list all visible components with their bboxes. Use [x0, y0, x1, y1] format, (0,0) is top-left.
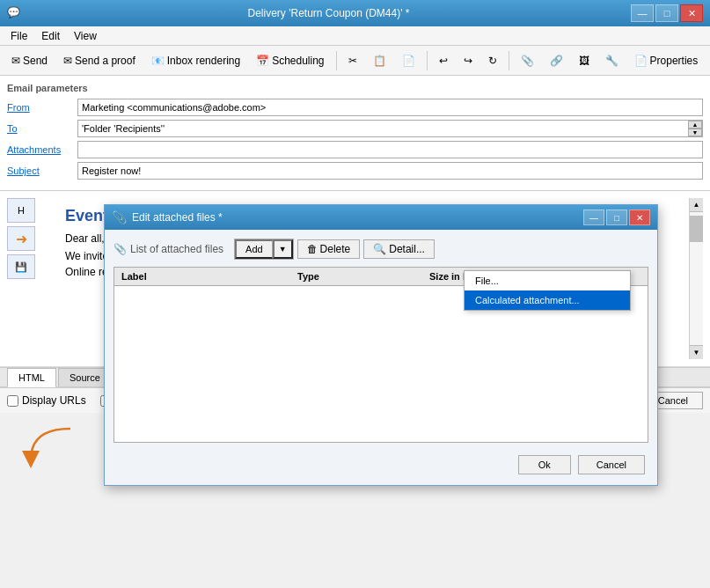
dialog-minimize-btn[interactable]: —	[583, 209, 604, 225]
menu-bar: File Edit View	[0, 26, 710, 46]
col-type-header: Type	[297, 271, 429, 282]
dialog-close-btn[interactable]: ✕	[629, 209, 650, 225]
to-input[interactable]	[77, 120, 703, 137]
detail-icon: 🔍	[373, 243, 386, 255]
image-icon: 🖼	[579, 55, 589, 67]
refresh-button[interactable]: ↻	[482, 51, 503, 70]
redo-icon: ↪	[464, 55, 472, 67]
to-scroll-arrows: ▲ ▼	[688, 121, 702, 136]
scheduling-button[interactable]: 📅 Scheduling	[250, 51, 330, 70]
edit-attached-files-dialog: 📎 Edit attached files * — □ ✕ 📎 List of …	[104, 204, 658, 486]
send-proof-button[interactable]: ✉ Send a proof	[57, 51, 142, 70]
to-row: To ▲ ▼	[7, 120, 703, 137]
scroll-thumb[interactable]	[690, 216, 703, 242]
add-dropdown-arrow[interactable]: ▼	[273, 239, 293, 259]
dialog-ok-button[interactable]: Ok	[518, 455, 571, 474]
add-main-button[interactable]: Add	[235, 239, 273, 259]
attachment-button[interactable]: 📎	[515, 51, 540, 70]
to-input-wrapper: ▲ ▼	[77, 120, 703, 137]
properties-icon: 📄	[634, 55, 648, 67]
paperclip-icon: 📎	[113, 243, 127, 255]
dialog-footer: Ok Cancel	[113, 452, 648, 476]
window-controls: — □ ✕	[631, 4, 703, 22]
add-btn-group: Add ▼	[234, 239, 294, 260]
inbox-rendering-button[interactable]: 📧 Inbox rendering	[145, 51, 246, 70]
separator-1	[336, 51, 337, 70]
menu-edit[interactable]: Edit	[34, 28, 67, 44]
dropdown-item-file[interactable]: File...	[465, 271, 630, 290]
subject-input[interactable]	[77, 162, 703, 180]
dialog-title: Edit attached files *	[132, 211, 583, 224]
dialog-title-bar: 📎 Edit attached files * — □ ✕	[105, 205, 657, 230]
properties-button[interactable]: 📄 Properties	[628, 51, 705, 70]
cut-button[interactable]: ✂	[342, 51, 363, 70]
left-panel: H ➜ 💾	[7, 198, 42, 359]
minimize-button[interactable]: —	[631, 4, 654, 22]
attachments-row: Attachments	[7, 141, 703, 158]
email-parameters-section: Email parameters From To ▲ ▼ Attachments…	[0, 76, 710, 191]
maximize-button[interactable]: □	[655, 4, 678, 22]
inbox-icon: 📧	[151, 55, 165, 67]
subject-label[interactable]: Subject	[7, 165, 77, 176]
scroll-down[interactable]: ▼	[688, 129, 702, 136]
separator-2	[427, 51, 428, 70]
dialog-maximize-btn[interactable]: □	[606, 209, 627, 225]
scheduling-icon: 📅	[256, 55, 269, 67]
html-tab-icon[interactable]: H	[7, 198, 35, 223]
detail-button[interactable]: 🔍 Detail...	[363, 239, 435, 259]
col-label-header: Label	[121, 271, 297, 282]
personalize-button[interactable]: 🔧	[599, 51, 625, 70]
scroll-up[interactable]: ▲	[688, 121, 702, 129]
delete-button[interactable]: 🗑 Delete	[297, 239, 361, 259]
tab-html[interactable]: HTML	[7, 368, 56, 387]
display-urls-checkbox-row[interactable]: Display URLs	[7, 394, 86, 407]
toolbar: ✉ Send ✉ Send a proof 📧 Inbox rendering …	[0, 46, 710, 76]
scroll-down-btn[interactable]: ▼	[690, 345, 703, 359]
save-icon[interactable]: 💾	[7, 254, 35, 279]
scroll-up-btn[interactable]: ▲	[690, 198, 703, 212]
paste-icon: 📄	[402, 55, 415, 67]
delete-icon: 🗑	[307, 243, 318, 255]
close-button[interactable]: ✕	[680, 4, 703, 22]
section-title: Email parameters	[7, 83, 703, 93]
menu-file[interactable]: File	[4, 28, 34, 44]
menu-view[interactable]: View	[67, 28, 104, 44]
image-button[interactable]: 🖼	[573, 51, 596, 70]
display-urls-label: Display URLs	[22, 394, 86, 407]
attachment-icon: 📎	[521, 55, 534, 67]
dialog-icon: 📎	[112, 210, 127, 224]
personalize-icon: 🔧	[605, 55, 619, 67]
dialog-cancel-button[interactable]: Cancel	[578, 455, 645, 474]
dialog-toolbar: 📎 List of attached files Add ▼ 🗑 Delete …	[113, 239, 648, 260]
right-scrollbar: ▲ ▼	[689, 198, 703, 359]
orange-arrow-svg	[13, 424, 84, 468]
subject-row: Subject	[7, 162, 703, 180]
add-dropdown-menu: File... Calculated attachment...	[464, 270, 631, 311]
undo-button[interactable]: ↩	[433, 51, 454, 70]
from-label[interactable]: From	[7, 102, 77, 113]
app-icon: 💬	[7, 6, 21, 20]
refresh-icon: ↻	[488, 55, 497, 67]
redo-button[interactable]: ↪	[457, 51, 479, 70]
scroll-track	[690, 212, 703, 345]
arrow-icon: ➜	[7, 226, 35, 251]
dialog-content: 📎 List of attached files Add ▼ 🗑 Delete …	[105, 230, 657, 485]
cut-icon: ✂	[348, 55, 357, 67]
from-row: From	[7, 99, 703, 116]
send-button[interactable]: ✉ Send	[5, 51, 54, 70]
undo-icon: ↩	[439, 55, 448, 67]
to-label[interactable]: To	[7, 123, 77, 134]
paste-button[interactable]: 📄	[396, 51, 421, 70]
copy-icon: 📋	[373, 55, 386, 67]
link-icon: 🔗	[550, 55, 563, 67]
display-urls-checkbox[interactable]	[7, 395, 18, 407]
from-input[interactable]	[77, 99, 703, 116]
link-button[interactable]: 🔗	[544, 51, 569, 70]
dropdown-item-calculated[interactable]: Calculated attachment...	[465, 290, 630, 310]
attachments-label[interactable]: Attachments	[7, 144, 77, 155]
attached-files-label: 📎 List of attached files	[113, 243, 223, 255]
attachments-input[interactable]	[77, 141, 703, 158]
copy-button[interactable]: 📋	[367, 51, 392, 70]
window-title: Delivery 'Return Coupon (DM44)' *	[26, 7, 631, 19]
title-bar: 💬 Delivery 'Return Coupon (DM44)' * — □ …	[0, 0, 710, 26]
